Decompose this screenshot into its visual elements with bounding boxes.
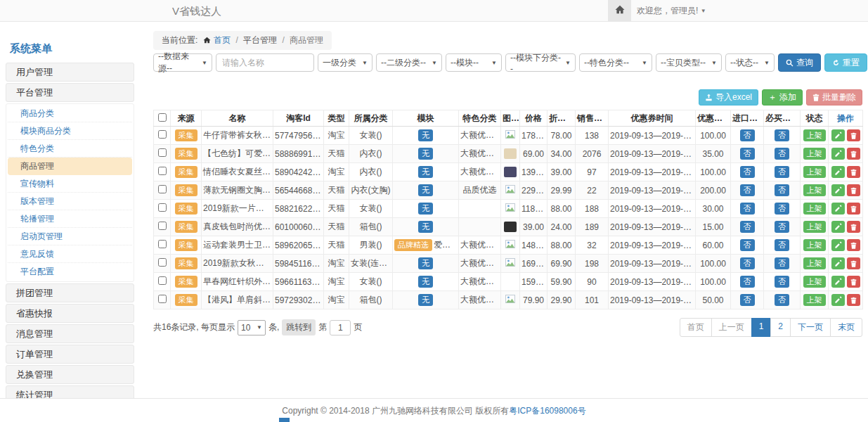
page-number-input[interactable] <box>330 320 351 335</box>
sidebar-sub-item[interactable]: 版本管理 <box>8 193 132 210</box>
module-badge[interactable]: 无 <box>418 148 433 160</box>
sidebar-group-item[interactable]: 订单管理 <box>6 345 134 364</box>
module-badge[interactable]: 无 <box>418 184 433 196</box>
import-select-toggle[interactable]: 否 <box>740 148 755 160</box>
module-badge[interactable]: 无 <box>418 129 433 141</box>
import-select-toggle[interactable]: 否 <box>740 221 755 233</box>
batch-delete-button[interactable]: 批量删除 <box>806 89 862 106</box>
delete-button[interactable] <box>847 184 860 196</box>
sidebar-sub-item[interactable]: 意见反馈 <box>8 245 132 263</box>
delete-button[interactable] <box>847 239 860 251</box>
edit-button[interactable] <box>831 276 845 288</box>
row-checkbox[interactable] <box>158 258 167 267</box>
status-badge[interactable]: 上架 <box>803 239 826 251</box>
jump-button[interactable]: 跳转到 <box>282 319 316 335</box>
sidebar-sub-item[interactable]: 启动页管理 <box>8 228 132 245</box>
edit-button[interactable] <box>831 148 845 160</box>
sidebar-group-item[interactable]: 兑换管理 <box>6 365 134 384</box>
breadcrumb-home-link[interactable]: 首页 <box>214 35 231 45</box>
row-checkbox[interactable] <box>158 295 167 303</box>
module-badge[interactable]: 无 <box>418 203 433 215</box>
row-checkbox[interactable] <box>158 203 167 212</box>
sidebar-sub-item[interactable]: 商品管理 <box>8 158 132 175</box>
delete-button[interactable] <box>847 294 860 306</box>
import-select-toggle[interactable]: 否 <box>740 203 755 215</box>
row-checkbox[interactable] <box>158 276 167 285</box>
home-button[interactable] <box>608 0 631 21</box>
query-button[interactable]: 查询 <box>778 53 821 72</box>
edit-button[interactable] <box>831 129 845 141</box>
item-type-select[interactable]: --宝贝类型--▼ <box>656 53 722 72</box>
level2-category-select[interactable]: --二级分类--▼ <box>376 53 442 72</box>
sidebar-group-item[interactable]: 拼团管理 <box>6 283 134 302</box>
edit-button[interactable] <box>831 239 845 251</box>
data-source-select[interactable]: --数据来源--▼ <box>153 53 212 72</box>
status-badge[interactable]: 上架 <box>803 203 826 215</box>
select-all-checkbox[interactable] <box>158 113 167 122</box>
sidebar-group-item[interactable]: 平台管理 <box>6 83 134 102</box>
sidebar-group-item[interactable]: 省惠快报 <box>6 304 134 323</box>
reset-button[interactable]: 重置 <box>824 53 867 72</box>
per-page-select[interactable]: 10 ▼ <box>238 320 266 335</box>
module-subcategory-select[interactable]: --模块下分类--▼ <box>505 53 576 72</box>
import-excel-button[interactable]: 导入excel <box>699 89 758 106</box>
status-badge[interactable]: 上架 <box>803 129 826 141</box>
import-select-toggle[interactable]: 否 <box>740 129 755 141</box>
sidebar-sub-item[interactable]: 商品分类 <box>8 105 132 122</box>
import-select-toggle[interactable]: 否 <box>740 184 755 196</box>
sidebar-sub-item[interactable]: 特色分类 <box>8 140 132 158</box>
icp-link[interactable]: 粤ICP备16098006号 <box>509 406 585 416</box>
module-badge[interactable]: 品牌精选 <box>394 239 432 251</box>
page-button[interactable]: 末页 <box>830 318 862 337</box>
import-select-toggle[interactable]: 否 <box>740 294 755 306</box>
sidebar-group-item[interactable]: 用户管理 <box>6 63 134 82</box>
module-badge[interactable]: 无 <box>418 276 433 288</box>
module-badge[interactable]: 无 <box>418 166 433 178</box>
status-badge[interactable]: 上架 <box>803 148 826 160</box>
row-checkbox[interactable] <box>158 222 167 230</box>
delete-button[interactable] <box>847 166 860 178</box>
row-checkbox[interactable] <box>158 130 167 139</box>
status-badge[interactable]: 上架 <box>803 294 826 306</box>
must-buy-toggle[interactable]: 否 <box>775 257 789 269</box>
must-buy-toggle[interactable]: 否 <box>775 294 789 306</box>
status-select[interactable]: --状态--▼ <box>725 53 775 72</box>
row-checkbox[interactable] <box>158 167 167 175</box>
level1-category-select[interactable]: 一级分类▼ <box>318 53 373 72</box>
import-select-toggle[interactable]: 否 <box>740 276 755 288</box>
user-menu[interactable]: 欢迎您，管理员! ▼ <box>637 0 706 22</box>
must-buy-toggle[interactable]: 否 <box>775 166 789 178</box>
edit-button[interactable] <box>831 166 845 178</box>
module-badge[interactable]: 无 <box>418 221 433 233</box>
status-badge[interactable]: 上架 <box>803 257 826 269</box>
must-buy-toggle[interactable]: 否 <box>775 184 789 196</box>
edit-button[interactable] <box>831 203 845 215</box>
status-badge[interactable]: 上架 <box>803 166 826 178</box>
must-buy-toggle[interactable]: 否 <box>775 239 789 251</box>
status-badge[interactable]: 上架 <box>803 221 826 233</box>
status-badge[interactable]: 上架 <box>803 276 826 288</box>
sidebar-group-item[interactable]: 消息管理 <box>6 324 134 343</box>
edit-button[interactable] <box>831 221 845 233</box>
sidebar-sub-item[interactable]: 宣传物料 <box>8 175 132 193</box>
import-select-toggle[interactable]: 否 <box>740 257 755 269</box>
must-buy-toggle[interactable]: 否 <box>775 221 789 233</box>
edit-button[interactable] <box>831 184 845 196</box>
edit-button[interactable] <box>831 257 845 269</box>
add-button[interactable]: ＋ 添加 <box>762 89 803 106</box>
module-select[interactable]: --模块--▼ <box>446 53 502 72</box>
module-badge[interactable]: 无 <box>418 257 433 269</box>
must-buy-toggle[interactable]: 否 <box>775 129 789 141</box>
row-checkbox[interactable] <box>158 148 167 157</box>
import-select-toggle[interactable]: 否 <box>740 239 755 251</box>
module-badge[interactable]: 无 <box>418 294 433 306</box>
must-buy-toggle[interactable]: 否 <box>775 148 789 160</box>
delete-button[interactable] <box>847 129 860 141</box>
feature-category-select[interactable]: --特色分类--▼ <box>579 53 652 72</box>
sidebar-sub-item[interactable]: 平台配置 <box>8 263 132 281</box>
page-button[interactable]: 下一页 <box>790 318 831 337</box>
import-select-toggle[interactable]: 否 <box>740 166 755 178</box>
sidebar-sub-item[interactable]: 模块商品分类 <box>8 122 132 140</box>
delete-button[interactable] <box>847 221 860 233</box>
status-badge[interactable]: 上架 <box>803 184 826 196</box>
